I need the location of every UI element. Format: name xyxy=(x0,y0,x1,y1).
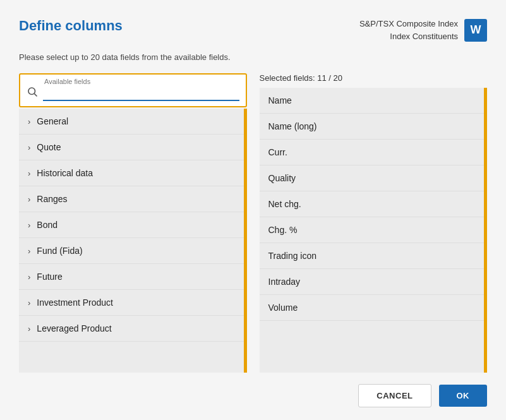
list-item[interactable]: Intraday xyxy=(260,269,488,295)
chevron-icon: › xyxy=(28,220,30,230)
chevron-icon: › xyxy=(28,298,30,308)
list-item[interactable]: ›Ranges xyxy=(19,186,247,212)
list-item[interactable]: Curr. xyxy=(260,140,488,165)
dialog-title: Define columns xyxy=(19,18,123,34)
list-item[interactable]: ›Bond xyxy=(19,212,247,238)
list-item[interactable]: ›General xyxy=(19,109,247,135)
chevron-icon: › xyxy=(28,169,30,178)
list-item[interactable]: Trading icon xyxy=(260,243,488,269)
available-fields-list: ›General›Quote›Historical data›Ranges›Bo… xyxy=(19,109,247,373)
header-index-text: S&P/TSX Composite Index Index Constituen… xyxy=(359,18,458,42)
svg-point-0 xyxy=(28,88,35,95)
search-box[interactable]: Available fields xyxy=(19,73,247,107)
list-item[interactable]: ›Fund (Fida) xyxy=(19,238,247,264)
define-columns-dialog: Define columns S&P/TSX Composite Index I… xyxy=(0,0,506,420)
svg-line-1 xyxy=(34,93,37,96)
search-input[interactable] xyxy=(43,88,239,101)
selected-fields-list: NameName (long)Curr.QualityNet chg.Chg. … xyxy=(260,88,488,373)
right-scrollbar-accent xyxy=(484,88,487,373)
chevron-icon: › xyxy=(28,246,30,256)
list-item[interactable]: ›Quote xyxy=(19,135,247,160)
search-label: Available fields xyxy=(44,78,90,85)
selected-fields-header: Selected fields: 11 / 20 xyxy=(260,73,488,83)
ok-button[interactable]: OK xyxy=(439,385,488,407)
list-item[interactable]: Volume xyxy=(260,295,488,321)
header-right: S&P/TSX Composite Index Index Constituen… xyxy=(359,18,487,42)
list-item[interactable]: Quality xyxy=(260,165,488,191)
list-item[interactable]: Name (long) xyxy=(260,114,488,140)
cancel-button[interactable]: CANCEL xyxy=(358,384,431,407)
columns-container: Available fields ›General›Quote›Historic… xyxy=(19,73,487,373)
chevron-icon: › xyxy=(28,272,30,282)
dialog-subtitle: Please select up to 20 data fields from … xyxy=(19,52,487,62)
chevron-icon: › xyxy=(28,324,30,333)
list-item[interactable]: Net chg. xyxy=(260,191,488,217)
w-badge: W xyxy=(464,19,487,42)
chevron-icon: › xyxy=(28,117,30,126)
list-item[interactable]: ›Historical data xyxy=(19,160,247,186)
chevron-icon: › xyxy=(28,143,30,152)
list-item[interactable]: ›Investment Product xyxy=(19,290,247,316)
list-item[interactable]: Name xyxy=(260,88,488,114)
list-item[interactable]: Chg. % xyxy=(260,217,488,243)
right-panel: Selected fields: 11 / 20 NameName (long)… xyxy=(260,73,488,373)
chevron-icon: › xyxy=(28,195,30,204)
dialog-footer: CANCEL OK xyxy=(19,384,487,407)
left-panel: Available fields ›General›Quote›Historic… xyxy=(19,73,247,373)
left-scrollbar-accent xyxy=(244,109,247,373)
search-icon xyxy=(27,86,38,100)
list-item[interactable]: ›Leveraged Product xyxy=(19,316,247,342)
dialog-header: Define columns S&P/TSX Composite Index I… xyxy=(19,18,487,42)
list-item[interactable]: ›Future xyxy=(19,264,247,290)
